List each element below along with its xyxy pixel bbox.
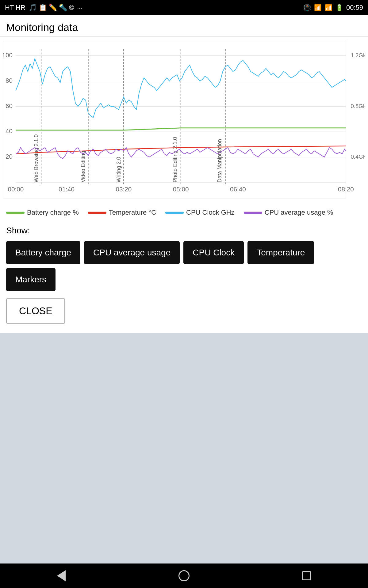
more-icon: ···	[77, 4, 82, 11]
legend-cpu-usage: CPU average usage %	[244, 209, 333, 217]
legend-cpu-clock-color	[165, 212, 184, 214]
home-icon	[178, 570, 190, 581]
svg-text:00:00: 00:00	[8, 186, 24, 193]
svg-text:0.4GHz: 0.4GHz	[351, 153, 365, 160]
show-section: Show: Battery charge CPU average usage C…	[0, 220, 368, 333]
svg-text:05:00: 05:00	[173, 186, 189, 193]
svg-text:60: 60	[6, 102, 13, 109]
legend-temperature: Temperature °C	[88, 209, 156, 217]
svg-text:08:20: 08:20	[338, 186, 354, 193]
chart-container: 100 80 60 40 20 1.2GHz 0.8GHz 0.4GHz Web…	[0, 37, 368, 206]
recent-nav-button[interactable]	[297, 567, 316, 585]
carrier-text: HT HR	[5, 4, 25, 12]
time-display: 00:59	[346, 4, 363, 12]
battery-charge-button[interactable]: Battery charge	[6, 241, 80, 264]
close-button[interactable]: CLOSE	[6, 298, 65, 324]
svg-text:100: 100	[3, 51, 13, 58]
markers-button-row: Markers	[6, 268, 362, 291]
cpu-clock-button[interactable]: CPU Clock	[183, 241, 244, 264]
vibrate-icon: 📳	[303, 4, 311, 11]
svg-text:80: 80	[6, 77, 13, 84]
toggle-buttons-row: Battery charge CPU average usage CPU Clo…	[6, 241, 362, 264]
legend-temperature-label: Temperature °C	[109, 209, 156, 217]
temperature-button[interactable]: Temperature	[247, 241, 314, 264]
nav-bar	[0, 564, 368, 588]
show-label: Show:	[6, 226, 362, 236]
home-nav-button[interactable]	[175, 567, 193, 585]
status-bar: HT HR 🎵 📋 ✏️ 🔦 © ··· 📳 📶 📶 🔋 00:59	[0, 0, 368, 15]
legend-temperature-color	[88, 212, 106, 214]
legend-cpu-usage-label: CPU average usage %	[265, 209, 333, 217]
svg-text:1.2GHz: 1.2GHz	[351, 52, 365, 58]
svg-text:Photo Editing 2.1.0: Photo Editing 2.1.0	[172, 137, 178, 183]
back-nav-button[interactable]	[52, 567, 71, 585]
svg-text:Writing 2.0: Writing 2.0	[116, 157, 122, 183]
svg-text:40: 40	[6, 127, 13, 134]
svg-text:Video Editing: Video Editing	[80, 151, 86, 182]
svg-text:Data Manipulation: Data Manipulation	[217, 139, 223, 183]
svg-text:01:40: 01:40	[59, 186, 75, 193]
svg-text:20: 20	[6, 153, 13, 160]
markers-button[interactable]: Markers	[6, 268, 56, 291]
svg-text:Web Browsing 2.1.0: Web Browsing 2.1.0	[33, 134, 39, 183]
main-card: Monitoring data 100 80 60 40 20 1.2GHz 0…	[0, 15, 368, 333]
app-icons: 🎵 📋 ✏️ 🔦 ©	[29, 4, 74, 12]
legend-battery-color	[6, 212, 25, 214]
signal-icon: 📶	[325, 4, 332, 11]
page-title: Monitoring data	[0, 15, 368, 37]
legend-cpu-usage-color	[244, 212, 262, 214]
recent-icon	[302, 571, 311, 580]
lower-area	[0, 333, 368, 588]
legend-cpu-clock: CPU Clock GHz	[165, 209, 235, 217]
status-bar-right: 📳 📶 📶 🔋 00:59	[303, 4, 363, 12]
cpu-average-usage-button[interactable]: CPU average usage	[84, 241, 180, 264]
svg-text:03:20: 03:20	[116, 186, 132, 193]
legend-battery-label: Battery charge %	[27, 209, 79, 217]
chart-legend: Battery charge % Temperature °C CPU Cloc…	[0, 206, 368, 220]
wifi-icon: 📶	[314, 4, 322, 11]
status-bar-left: HT HR 🎵 📋 ✏️ 🔦 © ···	[5, 4, 82, 12]
svg-text:06:40: 06:40	[230, 186, 246, 193]
battery-icon: 🔋	[335, 4, 343, 11]
svg-text:0.8GHz: 0.8GHz	[351, 103, 365, 109]
back-icon	[57, 570, 66, 581]
legend-battery: Battery charge %	[6, 209, 79, 217]
legend-cpu-clock-label: CPU Clock GHz	[186, 209, 235, 217]
chart-svg: 100 80 60 40 20 1.2GHz 0.8GHz 0.4GHz Web…	[3, 40, 365, 205]
